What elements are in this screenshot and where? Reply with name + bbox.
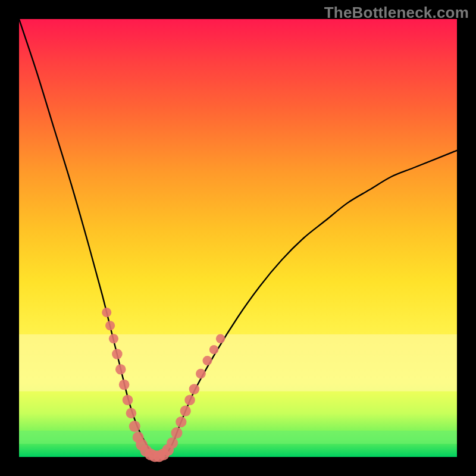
svg-point-25 xyxy=(196,369,206,379)
svg-point-3 xyxy=(105,321,115,330)
svg-point-22 xyxy=(180,406,191,416)
svg-point-23 xyxy=(184,395,195,406)
svg-rect-0 xyxy=(19,334,457,392)
svg-point-28 xyxy=(216,334,225,343)
svg-point-2 xyxy=(102,308,111,317)
svg-point-7 xyxy=(119,380,130,390)
svg-point-19 xyxy=(167,437,178,449)
svg-point-6 xyxy=(115,364,126,375)
svg-point-26 xyxy=(202,356,212,365)
chart-svg xyxy=(19,19,457,457)
svg-rect-1 xyxy=(19,431,457,444)
chart-frame: TheBottleneck.com xyxy=(0,0,476,476)
svg-point-21 xyxy=(176,416,186,427)
svg-point-9 xyxy=(126,408,137,419)
highlight-bands xyxy=(19,334,457,444)
bottleneck-curve xyxy=(19,19,457,459)
svg-point-4 xyxy=(109,334,118,343)
svg-point-27 xyxy=(209,345,218,354)
svg-point-5 xyxy=(112,349,123,359)
plot-area xyxy=(19,19,457,457)
svg-point-20 xyxy=(171,427,182,439)
svg-point-8 xyxy=(123,395,133,406)
svg-point-10 xyxy=(129,421,140,432)
svg-point-24 xyxy=(189,384,200,394)
